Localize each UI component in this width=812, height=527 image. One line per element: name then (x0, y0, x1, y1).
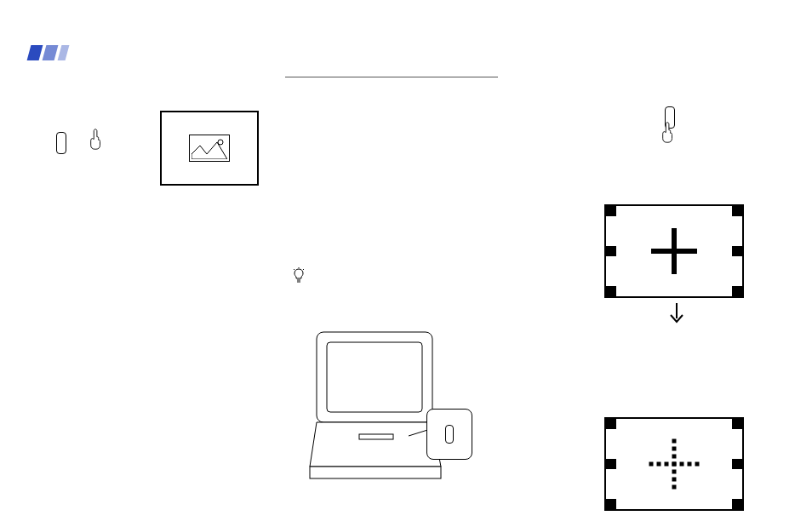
demo-thumbnail (189, 135, 230, 162)
tip-bulb-icon (293, 267, 305, 286)
demo-screen (160, 111, 259, 186)
remote-button-left (56, 132, 66, 154)
convergence-screen-after (604, 417, 744, 511)
convergence-screen-before (604, 204, 744, 298)
svg-rect-2 (327, 342, 422, 412)
front-panel-callout (426, 409, 472, 460)
svg-point-0 (218, 140, 223, 145)
down-arrow-icon (669, 303, 684, 329)
hand-icon-right (660, 121, 676, 145)
svg-rect-3 (310, 467, 441, 478)
logo-bar-3 (58, 45, 70, 60)
section-divider (285, 77, 498, 77)
logo-bar-1 (27, 45, 43, 60)
front-panel-button (445, 425, 454, 444)
svg-rect-4 (359, 434, 393, 439)
logo-bar-2 (43, 45, 59, 60)
hand-icon-left (89, 128, 104, 152)
